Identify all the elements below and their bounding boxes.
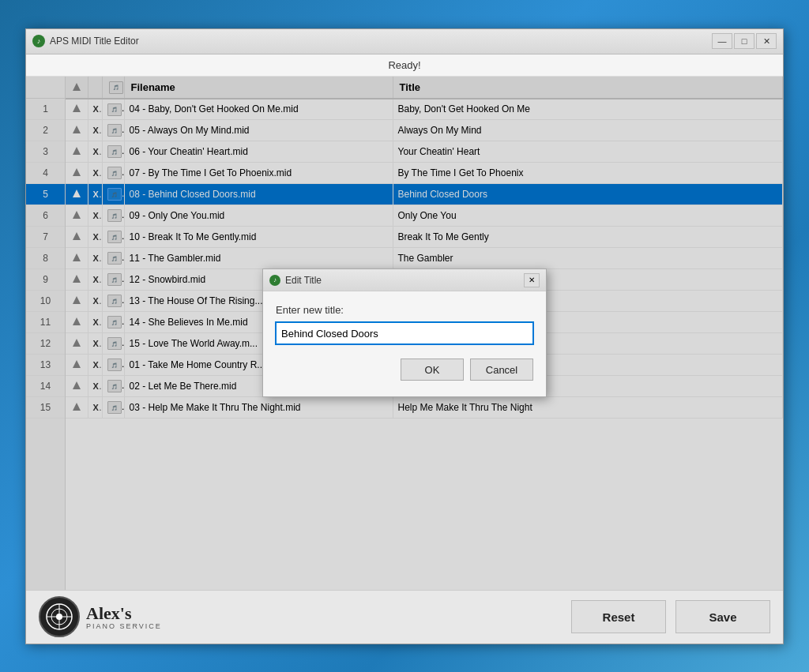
- modal-title-text: Edit Title: [285, 275, 524, 286]
- app-icon: ♪: [32, 35, 45, 47]
- modal-overlay: ♪ Edit Title ✕ Enter new title: OK Cance…: [26, 77, 783, 590]
- logo-text-area: Alex's PIANO SERVICE: [86, 603, 162, 630]
- ok-button[interactable]: OK: [401, 359, 464, 381]
- modal-buttons: OK Cancel: [276, 359, 533, 384]
- logo-area: Alex's PIANO SERVICE: [39, 596, 162, 637]
- maximize-button[interactable]: □: [734, 33, 754, 49]
- modal-body: Enter new title: OK Cancel: [263, 291, 546, 396]
- status-bar: Ready!: [26, 54, 783, 77]
- window-controls: — □ ✕: [712, 33, 777, 49]
- cancel-button[interactable]: Cancel: [470, 359, 533, 381]
- bottom-bar: Alex's PIANO SERVICE Reset Save: [26, 590, 783, 644]
- modal-label: Enter new title:: [276, 304, 533, 316]
- title-bar: ♪ APS MIDI Title Editor — □ ✕: [26, 29, 783, 54]
- save-button[interactable]: Save: [675, 600, 770, 633]
- logo-circle: [39, 596, 80, 637]
- logo-sub: PIANO SERVICE: [86, 622, 162, 630]
- content-area: 1 2 3 4 5 6 7 8 9 10 11 12 13 14 15: [26, 77, 783, 590]
- edit-title-modal: ♪ Edit Title ✕ Enter new title: OK Cance…: [262, 268, 547, 397]
- close-button[interactable]: ✕: [756, 33, 777, 49]
- minimize-button[interactable]: —: [712, 33, 732, 49]
- reset-button[interactable]: Reset: [571, 600, 666, 633]
- logo-name: Alex's: [86, 603, 162, 624]
- new-title-input[interactable]: [276, 322, 533, 344]
- svg-point-20: [56, 614, 62, 620]
- status-text: Ready!: [388, 59, 420, 71]
- modal-app-icon: ♪: [269, 275, 280, 286]
- modal-close-button[interactable]: ✕: [524, 273, 540, 287]
- window-title: APS MIDI Title Editor: [50, 36, 712, 47]
- modal-title-bar: ♪ Edit Title ✕: [263, 269, 546, 291]
- main-window: ♪ APS MIDI Title Editor — □ ✕ Ready! 1 2…: [25, 28, 784, 644]
